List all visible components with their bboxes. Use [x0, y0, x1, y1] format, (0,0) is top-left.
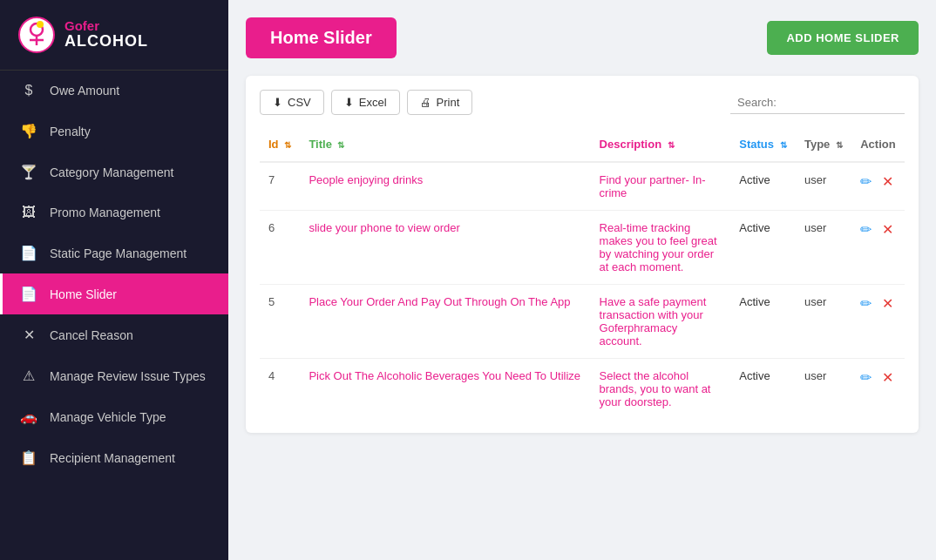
cell-id-1: 6	[260, 211, 300, 285]
toolbar: ⬇ CSV ⬇ Excel 🖨 Print	[260, 90, 905, 115]
nav-icon-promo-management: 🖼	[20, 205, 37, 220]
sidebar-item-manage-vehicle-type[interactable]: 🚗Manage Vehicle Type	[0, 396, 228, 437]
nav-icon-owe-amount: $	[20, 83, 37, 98]
col-header-description[interactable]: Description ⇅	[591, 129, 731, 162]
sidebar-item-static-page-management[interactable]: 📄Static Page Management	[0, 233, 228, 273]
edit-button-2[interactable]: ✏	[860, 296, 872, 311]
sidebar-item-home-slider[interactable]: 📄Home Slider	[0, 273, 228, 314]
cell-status-0: Active	[730, 162, 796, 211]
cell-action-0: ✏ ✕	[851, 162, 905, 211]
delete-button-1[interactable]: ✕	[882, 222, 893, 237]
sort-icon-title: ⇅	[337, 140, 344, 150]
cell-type-1: user	[796, 211, 851, 285]
cell-action-1: ✏ ✕	[851, 211, 905, 285]
edit-button-1[interactable]: ✏	[860, 222, 872, 237]
col-header-action[interactable]: Action	[851, 129, 905, 162]
csv-icon: ⬇	[273, 96, 282, 109]
col-header-status[interactable]: Status ⇅	[730, 129, 796, 162]
main-content: Home Slider ADD HOME SLIDER ⬇ CSV ⬇ Exce…	[228, 0, 936, 560]
search-input[interactable]	[730, 91, 905, 114]
nav-menu: $Owe Amount👎Penalty🍸Category Management🖼…	[0, 71, 228, 478]
nav-label-manage-vehicle-type: Manage Vehicle Type	[50, 410, 166, 424]
print-label: Print	[437, 96, 460, 109]
cell-title-0: People enjoying drinks	[300, 162, 590, 211]
table-row: 4 Pick Out The Alcoholic Beverages You N…	[260, 359, 905, 420]
cell-type-2: user	[796, 285, 851, 359]
csv-label: CSV	[288, 96, 311, 109]
cell-status-1: Active	[730, 211, 796, 285]
sidebar-item-manage-review-issue-types[interactable]: ⚠Manage Review Issue Types	[0, 355, 228, 396]
nav-icon-home-slider: 📄	[20, 286, 37, 302]
nav-label-promo-management: Promo Management	[50, 206, 160, 219]
nav-icon-penalty: 👎	[20, 123, 37, 139]
excel-button[interactable]: ⬇ Excel	[331, 90, 400, 115]
delete-button-0[interactable]: ✕	[882, 174, 893, 189]
cell-id-3: 4	[260, 359, 300, 420]
cell-id-2: 5	[260, 285, 300, 359]
table-body: 7 People enjoying drinks Find your partn…	[260, 162, 905, 419]
nav-label-recipient-management: Recipient Management	[50, 451, 175, 465]
sidebar: Gofer ALCOHOL $Owe Amount👎Penalty🍸Catego…	[0, 0, 228, 560]
sort-icon-id: ⇅	[284, 140, 291, 150]
delete-button-2[interactable]: ✕	[882, 296, 893, 311]
add-home-slider-button[interactable]: ADD HOME SLIDER	[767, 21, 919, 55]
nav-icon-manage-review-issue-types: ⚠	[20, 368, 37, 384]
toolbar-left: ⬇ CSV ⬇ Excel 🖨 Print	[260, 90, 472, 115]
edit-button-0[interactable]: ✏	[860, 174, 872, 189]
cell-title-1: slide your phone to view order	[300, 211, 590, 285]
logo-icon	[17, 16, 56, 54]
sidebar-item-promo-management[interactable]: 🖼Promo Management	[0, 192, 228, 233]
col-header-id[interactable]: Id ⇅	[260, 129, 300, 162]
nav-label-manage-review-issue-types: Manage Review Issue Types	[50, 369, 206, 383]
nav-icon-cancel-reason: ✕	[20, 327, 37, 343]
csv-button[interactable]: ⬇ CSV	[260, 90, 324, 115]
nav-icon-recipient-management: 📋	[20, 449, 37, 466]
nav-label-penalty: Penalty	[50, 125, 91, 138]
delete-button-3[interactable]: ✕	[882, 370, 893, 385]
edit-button-3[interactable]: ✏	[860, 370, 872, 385]
sort-icon-status: ⇅	[780, 140, 787, 150]
cell-action-3: ✏ ✕	[851, 359, 905, 420]
nav-icon-manage-vehicle-type: 🚗	[20, 408, 37, 425]
svg-point-4	[37, 21, 44, 28]
table-header-row: Id ⇅Title ⇅Description ⇅Status ⇅Type ⇅Ac…	[260, 129, 905, 162]
sidebar-item-cancel-reason[interactable]: ✕Cancel Reason	[0, 314, 228, 355]
logo-gofer: Gofer	[64, 19, 148, 34]
print-icon: 🖨	[420, 96, 431, 109]
cell-desc-0: Find your partner- In-crime	[591, 162, 731, 211]
cell-action-2: ✏ ✕	[851, 285, 905, 359]
nav-label-category-management: Category Management	[50, 165, 173, 179]
cell-desc-3: Select the alcohol brands, you to want a…	[591, 359, 731, 420]
col-header-type[interactable]: Type ⇅	[796, 129, 851, 162]
logo-text: Gofer ALCOHOL	[64, 19, 148, 51]
sort-icon-description: ⇅	[668, 140, 675, 150]
cell-id-0: 7	[260, 162, 300, 211]
sidebar-item-category-management[interactable]: 🍸Category Management	[0, 152, 228, 192]
logo-alcohol: ALCOHOL	[64, 33, 148, 51]
sidebar-item-owe-amount[interactable]: $Owe Amount	[0, 71, 228, 111]
cell-type-0: user	[796, 162, 851, 211]
logo: Gofer ALCOHOL	[0, 0, 228, 71]
sort-icon-type: ⇅	[836, 140, 843, 150]
nav-icon-category-management: 🍸	[20, 164, 37, 180]
page-title: Home Slider	[246, 17, 397, 58]
cell-type-3: user	[796, 359, 851, 420]
nav-label-cancel-reason: Cancel Reason	[50, 328, 133, 342]
cell-title-2: Place Your Order And Pay Out Through On …	[300, 285, 590, 359]
cell-desc-1: Real-time tracking makes you to feel gre…	[591, 211, 731, 285]
data-table: Id ⇅Title ⇅Description ⇅Status ⇅Type ⇅Ac…	[260, 129, 905, 419]
table-row: 6 slide your phone to view order Real-ti…	[260, 211, 905, 285]
page-header: Home Slider ADD HOME SLIDER	[246, 17, 919, 58]
excel-label: Excel	[359, 96, 387, 109]
cell-desc-2: Have a safe payment transaction with you…	[591, 285, 731, 359]
col-header-title[interactable]: Title ⇅	[300, 129, 590, 162]
print-button[interactable]: 🖨 Print	[407, 90, 473, 115]
nav-label-home-slider: Home Slider	[50, 287, 117, 301]
content-card: ⬇ CSV ⬇ Excel 🖨 Print Id ⇅Title ⇅Descrip…	[246, 76, 919, 433]
nav-icon-static-page-management: 📄	[20, 245, 37, 261]
sidebar-item-recipient-management[interactable]: 📋Recipient Management	[0, 437, 228, 478]
cell-status-2: Active	[730, 285, 796, 359]
sidebar-item-penalty[interactable]: 👎Penalty	[0, 111, 228, 152]
table-row: 7 People enjoying drinks Find your partn…	[260, 162, 905, 211]
table-row: 5 Place Your Order And Pay Out Through O…	[260, 285, 905, 359]
